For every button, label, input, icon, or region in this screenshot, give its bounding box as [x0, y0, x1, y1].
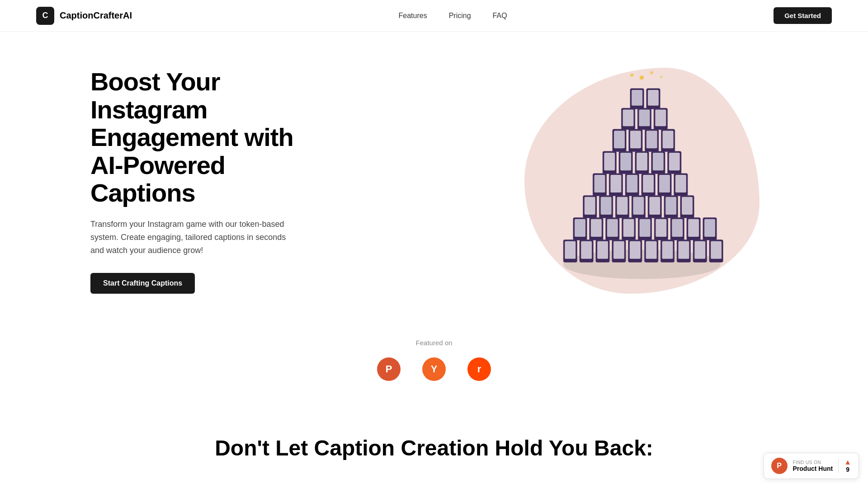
svg-rect-74: [669, 153, 680, 170]
product-hunt-icon[interactable]: P: [377, 357, 401, 381]
nav-pricing[interactable]: Pricing: [449, 12, 471, 20]
svg-rect-68: [620, 153, 631, 170]
svg-text:4: 4: [659, 75, 662, 80]
svg-rect-4: [581, 241, 592, 259]
start-crafting-button[interactable]: Start Crafting Captions: [90, 273, 195, 294]
hero-blob: 0 1 8 4: [524, 68, 760, 294]
svg-rect-18: [694, 241, 705, 259]
nav-links: Features Pricing FAQ: [399, 12, 507, 20]
hero-subtitle: Transform your Instagram game with our t…: [90, 218, 298, 257]
svg-rect-56: [610, 175, 621, 192]
svg-rect-42: [601, 197, 612, 215]
svg-rect-32: [656, 219, 666, 237]
svg-rect-12: [646, 241, 657, 259]
ph-upvote-arrow: ▲: [844, 459, 851, 466]
svg-rect-64: [675, 175, 686, 192]
bottom-section: Don't Let Caption Creation Hold You Back…: [0, 408, 868, 488]
bottom-title: Don't Let Caption Creation Hold You Back…: [90, 435, 778, 461]
svg-rect-86: [639, 110, 650, 127]
ph-vote-count: 9: [846, 466, 849, 473]
svg-rect-30: [640, 219, 651, 237]
svg-rect-50: [665, 197, 676, 215]
svg-rect-60: [643, 175, 654, 192]
svg-text:1: 1: [649, 70, 651, 75]
svg-rect-2: [565, 241, 576, 259]
svg-rect-72: [653, 153, 664, 170]
svg-rect-14: [662, 241, 673, 259]
svg-rect-58: [627, 175, 637, 192]
hero-title: Boost Your Instagram Engagement with AI-…: [90, 68, 326, 207]
ph-product-hunt-label: Product Hunt: [793, 465, 833, 472]
svg-rect-20: [711, 241, 722, 259]
hero-section: Boost Your Instagram Engagement with AI-…: [0, 32, 868, 321]
reddit-icon[interactable]: r: [467, 357, 491, 381]
ph-badge-count: ▲ 9: [838, 459, 851, 473]
get-started-button[interactable]: Get Started: [774, 7, 832, 24]
svg-rect-8: [613, 241, 624, 259]
navbar: C CaptionCrafterAI Features Pricing FAQ …: [0, 0, 868, 32]
svg-rect-80: [646, 131, 657, 148]
svg-rect-92: [648, 90, 659, 106]
svg-rect-66: [604, 153, 615, 170]
svg-rect-84: [623, 110, 634, 127]
svg-rect-10: [630, 241, 641, 259]
svg-rect-82: [663, 131, 674, 148]
svg-rect-70: [637, 153, 647, 170]
svg-rect-26: [607, 219, 618, 237]
nav-features[interactable]: Features: [399, 12, 427, 20]
svg-rect-22: [575, 219, 585, 237]
featured-icons-row: P Y r: [0, 357, 868, 381]
hero-illustration: 0 1 8 4: [506, 68, 778, 294]
svg-rect-62: [659, 175, 670, 192]
svg-rect-36: [688, 219, 699, 237]
ph-badge-text: FIND US ON Product Hunt: [793, 460, 833, 472]
svg-rect-38: [704, 219, 715, 237]
svg-rect-46: [633, 197, 644, 215]
svg-text:8: 8: [630, 73, 632, 78]
svg-rect-52: [682, 197, 693, 215]
ph-badge-icon: P: [771, 458, 788, 474]
yc-icon[interactable]: Y: [422, 357, 446, 381]
svg-rect-44: [617, 197, 628, 215]
svg-rect-28: [623, 219, 634, 237]
ph-find-us-label: FIND US ON: [793, 460, 833, 465]
svg-rect-16: [678, 241, 689, 259]
svg-rect-24: [591, 219, 602, 237]
logo-icon: C: [36, 7, 54, 25]
svg-rect-6: [597, 241, 608, 259]
brand-logo-group: C CaptionCrafterAI: [36, 7, 132, 25]
product-hunt-badge[interactable]: P FIND US ON Product Hunt ▲ 9: [764, 453, 859, 479]
svg-rect-88: [655, 110, 666, 127]
phone-tower-illustration: 0 1 8 4: [524, 68, 760, 294]
featured-label: Featured on: [0, 339, 868, 347]
svg-rect-34: [672, 219, 683, 237]
svg-rect-76: [614, 131, 625, 148]
nav-faq[interactable]: FAQ: [493, 12, 507, 20]
svg-rect-54: [594, 175, 605, 192]
svg-rect-78: [630, 131, 641, 148]
featured-section: Featured on P Y r: [0, 321, 868, 408]
svg-text:0: 0: [640, 75, 642, 80]
svg-rect-90: [632, 90, 642, 106]
svg-point-97: [621, 71, 623, 73]
hero-content: Boost Your Instagram Engagement with AI-…: [90, 68, 326, 294]
brand-name: CaptionCrafterAI: [60, 10, 132, 21]
svg-rect-40: [585, 197, 595, 215]
svg-rect-48: [649, 197, 660, 215]
